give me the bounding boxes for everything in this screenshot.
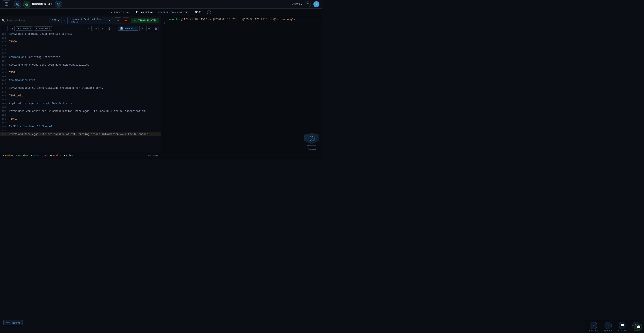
- export-button[interactable]: ⬆: [86, 26, 92, 31]
- translate-icon: ⇄: [134, 19, 137, 22]
- line-number: 134: [0, 47, 8, 51]
- query-line-content: search (@"170.75.168.151" or @"208.85.17…: [167, 17, 322, 21]
- line-number: 149: [0, 105, 8, 109]
- intelligence-dot: ●: [36, 27, 38, 30]
- line-number: 152: [0, 117, 8, 121]
- right-delete-button[interactable]: 🗑: [153, 26, 159, 31]
- filter-button[interactable]: ⊟: [100, 26, 105, 31]
- code-line: 140T1571: [0, 71, 161, 75]
- line-content: Revc2 conducts C2 communications through…: [8, 86, 161, 90]
- cicd-button[interactable]: CI/CD ▾: [292, 2, 302, 6]
- hashes-label: Hashes: [5, 154, 14, 157]
- line-number: 143: [0, 82, 8, 86]
- chevron-down-icon: ▾: [301, 2, 302, 6]
- delete-button[interactable]: 🗑: [106, 26, 112, 31]
- code-line: 150Revc2 uses WebSocket for C2 communica…: [0, 109, 161, 113]
- query-engine-dropdown[interactable]: Microsoft Sentinel Query (Kusto) ▾: [67, 17, 113, 24]
- line-number: 139: [0, 67, 8, 71]
- left-toolbar: ⬆ ⊡ ● Contribute ● Intelligence ⬆ ⧉ ⊟ 🗑 …: [0, 25, 161, 32]
- code-line: 147: [0, 98, 161, 102]
- help-button[interactable]: ?: [305, 1, 311, 7]
- bottom-stats-bar: 6 Hashes 1 Domains 2 URLs 3 IPs 0 Emails…: [0, 152, 161, 159]
- query-line: 2: [161, 21, 322, 25]
- contribute-button[interactable]: ● Contribute: [16, 26, 33, 31]
- plan-bar: CURRENT PLAN: Enterprise REVERSE TRANSLA…: [0, 8, 322, 16]
- contribute-dot: ●: [18, 27, 19, 30]
- code-line: 154Exfiltration Over C2 Channel: [0, 125, 161, 129]
- code-line: 133: [0, 44, 161, 47]
- ioc-label: IOC: [52, 19, 57, 22]
- code-line: 152T1041: [0, 117, 161, 121]
- favorite-button[interactable]: ♥: [123, 17, 129, 24]
- line-content: Exfiltration Over C2 Channel: [8, 125, 161, 129]
- nav-icon-target[interactable]: [23, 1, 30, 8]
- query-line: 1search (@"170.75.168.151" or @"208.85.1…: [161, 17, 322, 21]
- urls-stat: 2 URLs: [31, 154, 38, 157]
- query-code-area[interactable]: 1search (@"170.75.168.151" or @"208.85.1…: [161, 16, 322, 159]
- save-as-button[interactable]: 💾 Save As ▾: [118, 26, 138, 31]
- app-title: UNCODER AI: [32, 2, 52, 6]
- save-as-chevron: ▾: [134, 27, 136, 30]
- intelligence-label: Intelligence: [38, 27, 50, 30]
- translations-count: 3891: [195, 11, 202, 14]
- domains-stat: 1 Domains: [16, 154, 28, 157]
- code-line: 134: [0, 47, 161, 51]
- ioc-dropdown[interactable]: IOC ▾: [50, 18, 62, 23]
- code-line: 145: [0, 90, 161, 94]
- user-avatar[interactable]: D: [314, 1, 320, 7]
- line-number: 153: [0, 121, 8, 125]
- line-content: Non-Standard Port: [8, 78, 161, 82]
- copy-button[interactable]: ⧉: [93, 26, 98, 31]
- code-line: 153: [0, 121, 161, 125]
- add-translations-button[interactable]: +: [207, 10, 211, 14]
- line-number: 136: [0, 55, 8, 59]
- code-content[interactable]: 130Revc2 has a command which proxies tra…: [0, 32, 161, 152]
- left-panel: 🔍 IOC ▾ ⇄ Microsoft Sentinel Query (Kust…: [0, 16, 161, 159]
- right-export-button[interactable]: ⬆: [140, 26, 145, 31]
- nav-icon-shield[interactable]: [14, 1, 22, 8]
- translate-label: TRANSLATE: [138, 19, 156, 22]
- emails-label: Emails: [52, 154, 61, 157]
- line-content: Revc2 and More_eggs lite both have RCE c…: [8, 63, 161, 67]
- line-number: 133: [0, 44, 8, 47]
- code-editor: 130Revc2 has a command which proxies tra…: [0, 32, 161, 152]
- code-line: 135: [0, 51, 161, 55]
- intelligence-button[interactable]: ● Intelligence: [34, 26, 52, 31]
- code-line: 149: [0, 105, 161, 109]
- search-input[interactable]: [7, 19, 48, 22]
- urls-label: URLs: [33, 154, 38, 157]
- ips-count: 3: [41, 154, 43, 157]
- line-number: 135: [0, 51, 8, 55]
- line-content: T1571: [8, 71, 161, 75]
- line-number: 147: [0, 98, 8, 102]
- line-content: Revc2 uses WebSocket for C2 communicatio…: [8, 109, 161, 113]
- code-line: 148Application Layer Protocol: Web Proto…: [0, 102, 161, 105]
- query-engine-chevron: ▾: [109, 19, 110, 22]
- settings-button[interactable]: ⚙: [114, 17, 121, 24]
- upload-button[interactable]: ⬆: [2, 26, 8, 31]
- search-icon: 🔍: [2, 19, 5, 22]
- sentinel-text-line1: Microsoft: [307, 145, 316, 147]
- reverse-label: REVERSE TRANSLATIONS:: [158, 11, 190, 14]
- line-content: Application Layer Protocol: Web Protocol…: [8, 102, 161, 105]
- files-count: 2: [64, 154, 65, 157]
- code-line: 156Revc2 and More_eggs lite are capable …: [0, 132, 161, 136]
- code-line: 137: [0, 59, 161, 63]
- line-number: 156: [0, 132, 8, 136]
- right-copy-button[interactable]: ⧉: [146, 26, 152, 31]
- emails-count: 0: [50, 154, 52, 157]
- line-number: 150: [0, 109, 8, 113]
- char-count: 14/10000: [147, 154, 158, 157]
- line-number: 130: [0, 32, 8, 36]
- image-button[interactable]: ⊡: [9, 26, 14, 31]
- line-number: 148: [0, 102, 8, 105]
- domains-label: Domains: [18, 154, 28, 157]
- svg-point-5: [26, 4, 27, 4]
- code-line: 132T1059: [0, 40, 161, 44]
- line-content: T1059: [8, 40, 161, 44]
- right-panel: 1search (@"170.75.168.151" or @"208.85.1…: [161, 16, 322, 159]
- swap-icon[interactable]: ⇄: [64, 18, 66, 23]
- line-content: Revc2 and More_eggs lite are capable of …: [8, 132, 161, 136]
- nav-icon-hex[interactable]: [55, 1, 62, 8]
- translate-button[interactable]: ⇄ TRANSLATE: [131, 18, 159, 23]
